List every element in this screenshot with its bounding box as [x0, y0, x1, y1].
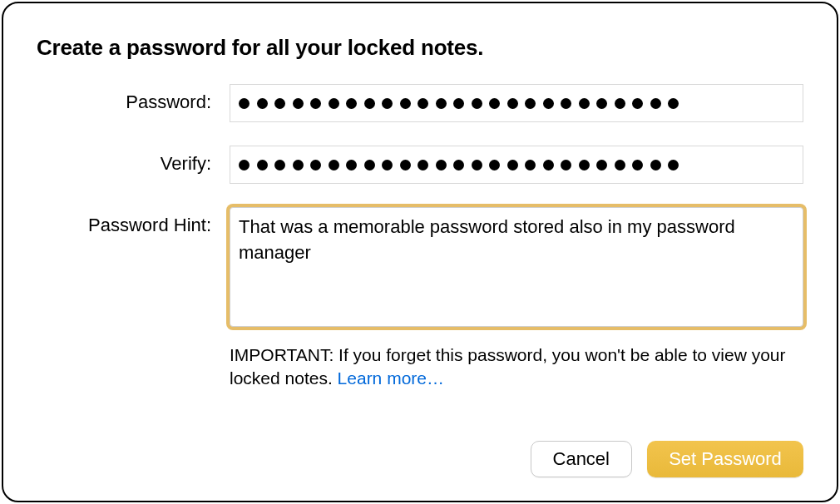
- button-row: Cancel Set Password: [531, 441, 803, 477]
- hint-row: Password Hint:: [37, 207, 803, 330]
- cancel-button[interactable]: Cancel: [531, 441, 632, 477]
- learn-more-link[interactable]: Learn more…: [338, 368, 444, 388]
- verify-label: Verify:: [37, 146, 230, 175]
- info-text: IMPORTANT: If you forget this password, …: [230, 345, 786, 388]
- hint-input-wrap: [230, 207, 803, 330]
- verify-input-wrap: [230, 146, 803, 184]
- hint-label: Password Hint:: [37, 207, 230, 236]
- password-label: Password:: [37, 84, 230, 113]
- info-text-container: IMPORTANT: If you forget this password, …: [230, 343, 803, 391]
- dialog-title: Create a password for all your locked no…: [37, 35, 803, 61]
- info-row: IMPORTANT: If you forget this password, …: [37, 343, 803, 391]
- password-input-wrap: [230, 84, 803, 122]
- hint-field[interactable]: [230, 207, 803, 327]
- verify-field[interactable]: [230, 146, 803, 184]
- set-password-button[interactable]: Set Password: [647, 441, 803, 477]
- password-row: Password:: [37, 84, 803, 122]
- info-spacer: [37, 343, 230, 391]
- password-field[interactable]: [230, 84, 803, 122]
- verify-row: Verify:: [37, 146, 803, 184]
- password-dialog: Create a password for all your locked no…: [2, 2, 838, 502]
